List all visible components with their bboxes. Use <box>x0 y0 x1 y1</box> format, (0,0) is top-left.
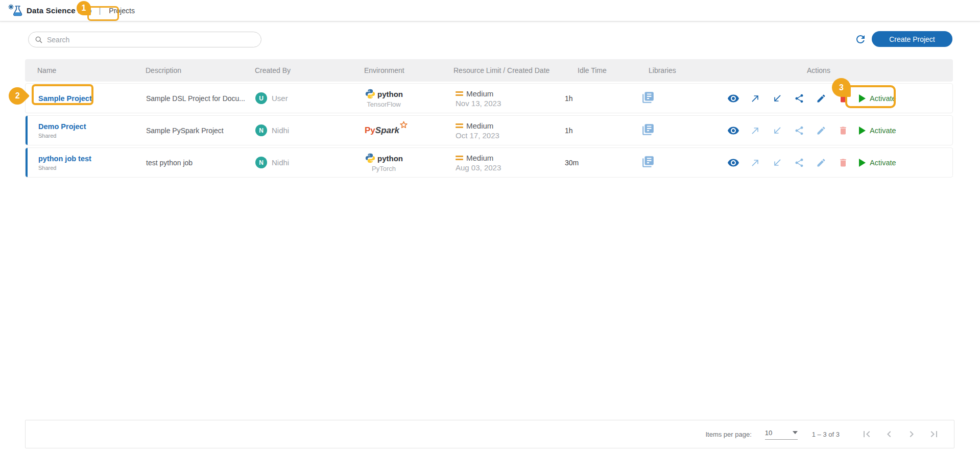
app-logo-flask-icon <box>7 3 22 18</box>
share-icon <box>794 125 804 136</box>
search-input[interactable] <box>47 36 261 44</box>
activate-button[interactable]: Activate <box>859 94 896 103</box>
resource-limit-value: Medium <box>466 89 493 98</box>
project-link-python-job-test[interactable]: python job test <box>38 155 91 163</box>
first-page-icon <box>861 428 873 440</box>
chevron-right-icon <box>905 428 918 440</box>
view-button[interactable] <box>727 125 739 136</box>
pyspark-logo: PySpark <box>365 125 407 135</box>
arrow-up-right-icon <box>750 93 760 104</box>
first-page-button[interactable] <box>859 426 874 442</box>
libraries-button[interactable] <box>641 123 655 136</box>
delete-button[interactable] <box>837 125 849 136</box>
arrow-down-left-icon <box>772 93 782 104</box>
export-button[interactable] <box>749 93 761 104</box>
share-icon <box>794 158 804 168</box>
projects-table: Name Description Created By Environment … <box>25 59 953 180</box>
resource-limit-icon <box>456 156 463 160</box>
trash-icon <box>838 93 848 104</box>
share-button[interactable] <box>793 93 805 104</box>
edit-button[interactable] <box>815 157 827 168</box>
pagination-footer: Items per page: 10 1 – 3 of 3 <box>25 420 954 448</box>
chevron-left-icon <box>883 428 895 440</box>
shared-badge: Shared <box>38 133 146 139</box>
last-page-button[interactable] <box>926 426 942 442</box>
search-icon <box>35 36 43 44</box>
share-button[interactable] <box>793 125 805 136</box>
create-project-button[interactable]: Create Project <box>872 31 952 47</box>
items-per-page-select[interactable]: 10 <box>765 429 798 440</box>
environment-framework: TensorFlow <box>367 100 400 108</box>
project-description: Sample PySpark Project <box>146 127 255 135</box>
libraries-button[interactable] <box>641 91 655 104</box>
last-page-icon <box>928 428 940 440</box>
items-per-page-value: 10 <box>765 429 772 437</box>
app-title: Data Science Lab <box>27 6 91 15</box>
column-header-name: Name <box>25 66 146 74</box>
resource-limit-icon <box>456 123 463 128</box>
creator-avatar: N <box>255 124 267 136</box>
activate-label: Activate <box>870 94 896 103</box>
libraries-button[interactable] <box>641 155 655 168</box>
table-row-demo-project: Demo Project Shared Sample PySpark Proje… <box>25 115 953 145</box>
python-logo-icon <box>365 153 376 164</box>
trash-icon <box>838 158 848 168</box>
eye-icon <box>727 124 739 137</box>
refresh-button[interactable] <box>854 33 867 45</box>
column-header-idle-time: Idle Time <box>564 66 641 74</box>
column-header-libraries: Libraries <box>641 66 723 74</box>
column-header-description: Description <box>146 66 255 74</box>
edit-button[interactable] <box>815 93 827 104</box>
view-button[interactable] <box>727 93 739 104</box>
project-link-demo-project[interactable]: Demo Project <box>38 122 86 131</box>
environment-framework: PyTorch <box>372 165 396 172</box>
search-box[interactable] <box>28 32 261 47</box>
share-button[interactable] <box>793 157 805 168</box>
share-icon <box>794 93 804 104</box>
play-icon <box>859 159 866 167</box>
chevron-down-icon <box>793 431 798 434</box>
delete-button[interactable] <box>837 157 849 168</box>
breadcrumb-projects[interactable]: Projects <box>106 7 138 15</box>
next-page-button[interactable] <box>904 426 919 442</box>
column-header-created-by: Created By <box>255 66 364 74</box>
pyspark-logo-spark: Spark <box>375 125 399 135</box>
export-button[interactable] <box>749 157 761 168</box>
libraries-icon <box>641 155 655 168</box>
import-button[interactable] <box>771 125 783 136</box>
pencil-icon <box>816 93 826 104</box>
activate-label: Activate <box>870 127 896 135</box>
table-header-row: Name Description Created By Environment … <box>25 59 953 82</box>
column-header-actions: Actions <box>723 66 953 74</box>
table-row-python-job-test: python job test Shared test python job N… <box>25 147 953 178</box>
activate-button[interactable]: Activate <box>859 159 896 167</box>
idle-time-value: 30m <box>565 159 641 167</box>
spark-star-icon <box>399 120 409 130</box>
creator-avatar: U <box>255 92 267 104</box>
activate-button[interactable]: Activate <box>859 127 896 135</box>
items-per-page-label: Items per page: <box>705 431 751 438</box>
creator-avatar: N <box>255 157 267 168</box>
play-icon <box>859 127 866 135</box>
idle-time-value: 1h <box>565 94 641 103</box>
arrow-up-right-icon <box>750 125 760 136</box>
previous-page-button[interactable] <box>881 426 897 442</box>
pyspark-logo-py: Py <box>365 125 375 135</box>
import-button[interactable] <box>771 93 783 104</box>
created-date: Oct 17, 2023 <box>456 131 565 140</box>
creator-name: Nidhi <box>272 158 289 167</box>
project-link-sample-project[interactable]: Sample Project <box>38 94 92 103</box>
environment-name: python <box>377 154 403 163</box>
arrow-down-left-icon <box>772 158 782 168</box>
import-button[interactable] <box>771 157 783 168</box>
environment-name: python <box>377 90 403 98</box>
libraries-icon <box>641 123 655 136</box>
libraries-icon <box>641 91 655 104</box>
column-header-resource-limit: Resource Limit / Created Date <box>453 66 564 74</box>
delete-button[interactable] <box>837 93 849 104</box>
view-button[interactable] <box>727 157 739 168</box>
export-button[interactable] <box>749 125 761 136</box>
edit-button[interactable] <box>815 125 827 136</box>
activate-label: Activate <box>870 159 896 167</box>
breadcrumb-separator: | <box>99 6 101 15</box>
